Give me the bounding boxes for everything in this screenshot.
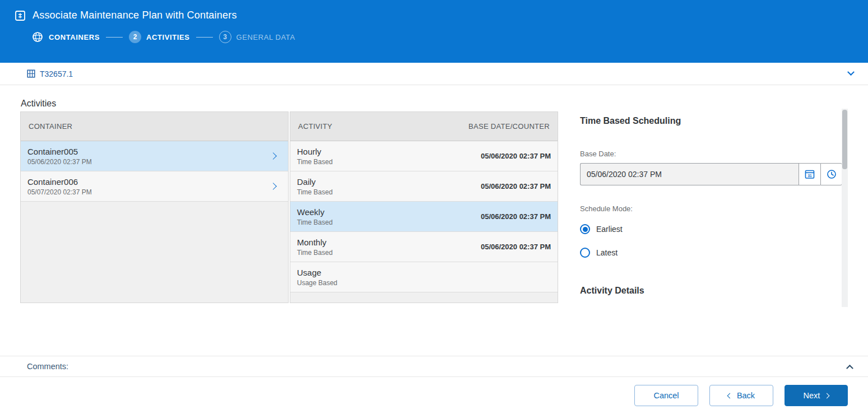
page-title: Associate Maintenance Plan with Containe… bbox=[33, 10, 237, 21]
activity-type: Time Based bbox=[297, 218, 333, 226]
wizard-step-general-data[interactable]: 3 GENERAL DATA bbox=[219, 31, 295, 43]
containers-step-icon bbox=[31, 31, 44, 43]
activity-name: Daily bbox=[297, 177, 333, 187]
wizard-step-activities[interactable]: 2 ACTIVITIES bbox=[129, 31, 190, 43]
base-date-input[interactable]: 05/06/2020 02:37 PM bbox=[580, 163, 799, 185]
vertical-scrollbar[interactable] bbox=[842, 109, 848, 307]
comments-panel-header[interactable]: Comments: bbox=[0, 356, 868, 377]
activity-row[interactable]: Usage Usage Based bbox=[290, 262, 558, 292]
radio-latest[interactable] bbox=[580, 248, 590, 258]
activity-name: Weekly bbox=[297, 207, 333, 217]
activity-column-header: ACTIVITY bbox=[298, 122, 332, 131]
wizard-steps: CONTAINERS 2 ACTIVITIES 3 GENERAL DATA bbox=[0, 31, 868, 43]
comments-label: Comments: bbox=[27, 362, 68, 371]
activity-row[interactable]: Daily Time Based 05/06/2020 02:37 PM bbox=[290, 171, 558, 202]
step-label-activities: ACTIVITIES bbox=[146, 33, 190, 41]
step-number-badge: 2 bbox=[129, 31, 141, 43]
calendar-button[interactable]: 31 bbox=[799, 163, 820, 185]
activity-row[interactable]: Hourly Time Based 05/06/2020 02:37 PM bbox=[290, 141, 558, 171]
container-row[interactable]: Container005 05/06/2020 02:37 PM bbox=[21, 141, 288, 171]
svg-text:31: 31 bbox=[807, 174, 812, 178]
base-date-picker: 05/06/2020 02:37 PM 31 bbox=[580, 163, 842, 185]
base-date-column-header: BASE DATE/COUNTER bbox=[468, 122, 550, 131]
container-column-header: CONTAINER bbox=[29, 122, 72, 131]
chevron-right-icon[interactable] bbox=[270, 152, 277, 160]
step-number-badge: 3 bbox=[219, 31, 231, 43]
activity-name: Hourly bbox=[297, 147, 333, 156]
back-button[interactable]: Back bbox=[709, 385, 773, 406]
cancel-button[interactable]: Cancel bbox=[634, 385, 698, 406]
activity-type: Usage Based bbox=[297, 279, 337, 287]
container-date: 05/06/2020 02:37 PM bbox=[27, 158, 92, 166]
activity-table: ACTIVITY BASE DATE/COUNTER Hourly Time B… bbox=[290, 111, 558, 303]
maintenance-plan-icon bbox=[15, 10, 26, 21]
activity-name: Usage bbox=[297, 268, 337, 277]
activity-table-header: ACTIVITY BASE DATE/COUNTER bbox=[290, 112, 558, 141]
radio-earliest[interactable] bbox=[580, 224, 590, 234]
container-name: Container006 bbox=[27, 177, 92, 187]
wizard-step-containers[interactable]: CONTAINERS bbox=[31, 31, 100, 43]
earliest-label: Earliest bbox=[596, 225, 623, 234]
step-connector bbox=[196, 37, 213, 38]
container-date: 05/07/2020 02:37 PM bbox=[27, 188, 92, 196]
clock-icon bbox=[827, 169, 837, 179]
activity-type: Time Based bbox=[297, 158, 333, 166]
next-button[interactable]: Next bbox=[785, 385, 848, 406]
plan-id: T32657.1 bbox=[40, 69, 73, 78]
container-name: Container005 bbox=[27, 147, 92, 156]
chevron-down-icon[interactable] bbox=[847, 68, 855, 76]
chevron-right-icon bbox=[824, 393, 830, 398]
activities-section-title: Activities bbox=[21, 99, 56, 109]
activity-name: Monthly bbox=[297, 238, 333, 247]
container-icon bbox=[27, 69, 35, 78]
activity-row[interactable]: Monthly Time Based 05/06/2020 02:37 PM bbox=[290, 232, 558, 262]
time-button[interactable] bbox=[820, 163, 842, 185]
activity-row[interactable]: Weekly Time Based 05/06/2020 02:37 PM bbox=[290, 202, 558, 232]
latest-label: Latest bbox=[596, 248, 618, 257]
associate-maintenance-plan-window: Associate Maintenance Plan with Containe… bbox=[0, 0, 868, 414]
schedule-mode-latest[interactable]: Latest bbox=[580, 245, 842, 260]
schedule-mode-label: Schedule Mode: bbox=[580, 204, 842, 213]
container-table: CONTAINER Container005 05/06/2020 02:37 … bbox=[20, 111, 289, 303]
chevron-right-icon[interactable] bbox=[270, 183, 277, 190]
footer-toolbar: Cancel Back Next bbox=[0, 377, 868, 414]
step-label-containers: CONTAINERS bbox=[49, 33, 100, 41]
wizard-header: Associate Maintenance Plan with Containe… bbox=[0, 0, 868, 63]
activity-details-title: Activity Details bbox=[580, 286, 842, 296]
time-based-scheduling-title: Time Based Scheduling bbox=[580, 116, 842, 126]
container-row[interactable]: Container006 05/07/2020 02:37 PM bbox=[21, 171, 288, 202]
activity-base-date: 05/06/2020 02:37 PM bbox=[481, 243, 551, 251]
activities-content: Activities CONTAINER Container005 05/06/… bbox=[0, 85, 868, 356]
activity-base-date: 05/06/2020 02:37 PM bbox=[481, 152, 551, 160]
plan-header-bar: T32657.1 bbox=[0, 63, 868, 85]
activity-base-date: 05/06/2020 02:37 PM bbox=[481, 212, 551, 221]
scrollbar-thumb[interactable] bbox=[842, 110, 847, 169]
back-button-label: Back bbox=[737, 391, 755, 400]
next-button-label: Next bbox=[804, 391, 820, 400]
calendar-icon: 31 bbox=[805, 169, 815, 179]
schedule-mode-earliest[interactable]: Earliest bbox=[580, 222, 842, 236]
cancel-button-label: Cancel bbox=[653, 391, 679, 400]
step-connector bbox=[106, 37, 123, 38]
chevron-up-icon[interactable] bbox=[846, 364, 853, 371]
container-table-header: CONTAINER bbox=[21, 112, 288, 141]
activity-type: Time Based bbox=[297, 188, 333, 196]
activity-base-date: 05/06/2020 02:37 PM bbox=[481, 182, 551, 190]
base-date-label: Base Date: bbox=[580, 150, 842, 158]
chevron-left-icon bbox=[727, 393, 732, 398]
scheduling-details-panel: Time Based Scheduling Base Date: 05/06/2… bbox=[580, 116, 842, 296]
step-label-general-data: GENERAL DATA bbox=[236, 33, 295, 41]
activity-type: Time Based bbox=[297, 249, 333, 257]
